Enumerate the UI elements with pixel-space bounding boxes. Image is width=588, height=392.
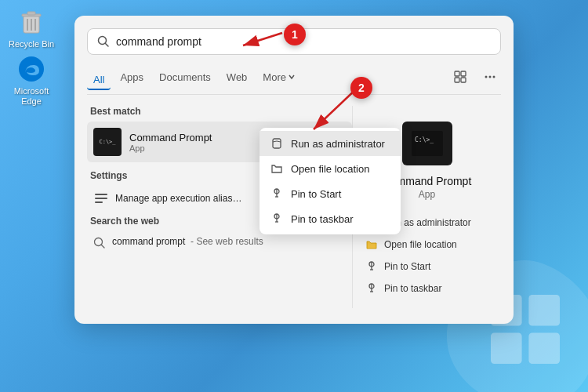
web-search-item[interactable]: command prompt - See web results <box>87 231 352 254</box>
cmd-item-text: Command Prompt App <box>129 132 212 153</box>
web-suffix-text: - See web results <box>188 236 263 247</box>
svg-rect-6 <box>27 12 35 15</box>
pin-icon <box>270 187 283 200</box>
settings-list-icon <box>93 191 109 206</box>
settings-icon-btn[interactable] <box>449 66 471 88</box>
tab-web[interactable]: Web <box>220 68 254 86</box>
context-pin-start-label: Pin to Start <box>291 188 341 200</box>
right-pin-start-label: Pin to Start <box>384 261 430 272</box>
settings-item-label: Manage app execution alias… <box>115 193 241 204</box>
tab-more[interactable]: More <box>256 68 302 86</box>
svg-line-31 <box>101 245 104 248</box>
right-open-location-label: Open file location <box>384 239 457 250</box>
cmd-app-icon: C:\>_ <box>93 128 122 156</box>
svg-point-17 <box>485 76 488 78</box>
cmd-preview-icon: C:\>_ <box>412 131 443 156</box>
right-pin-taskbar-icon <box>365 282 378 295</box>
cmd-app-name: Command Prompt <box>129 132 212 143</box>
left-panel: Best match C:\>_ Command Prompt App <box>87 106 352 308</box>
right-pin-icon <box>365 260 378 273</box>
person-grid-icon <box>454 71 466 83</box>
svg-rect-16 <box>461 78 466 82</box>
right-action-pin-start[interactable]: Pin to Start <box>361 256 493 277</box>
svg-rect-29 <box>95 201 103 203</box>
right-action-pin-taskbar[interactable]: Pin to taskbar <box>361 278 493 299</box>
context-item-open-location[interactable]: Open file location <box>260 156 401 181</box>
right-action-open-location[interactable]: Open file location <box>361 234 493 255</box>
svg-rect-15 <box>455 78 459 82</box>
recycle-bin-icon <box>17 8 45 36</box>
annotation-circle-2: 2 <box>350 77 372 99</box>
shield-icon <box>270 137 283 150</box>
svg-rect-3 <box>528 332 560 364</box>
svg-point-19 <box>493 76 495 78</box>
app-preview-type: App <box>419 189 435 200</box>
tab-all[interactable]: All <box>87 71 111 90</box>
folder-icon <box>270 162 283 175</box>
tab-documents[interactable]: Documents <box>153 68 217 86</box>
edge-label: Microsoft Edge <box>8 86 55 107</box>
desktop-icon-edge[interactable]: Microsoft Edge <box>8 55 55 107</box>
context-item-pin-start[interactable]: Pin to Start <box>260 181 401 206</box>
search-icon <box>97 35 110 48</box>
nav-tabs: All Apps Documents Web More <box>87 66 501 95</box>
best-match-label: Best match <box>87 106 352 117</box>
edge-icon <box>17 55 45 83</box>
svg-point-18 <box>489 76 492 78</box>
cmd-app-type: App <box>129 143 212 153</box>
svg-rect-14 <box>461 71 466 76</box>
nav-right-icons <box>449 66 501 88</box>
svg-line-12 <box>106 44 109 47</box>
recycle-bin-label: Recycle Bin <box>9 39 54 49</box>
svg-point-10 <box>19 56 44 82</box>
svg-text:C:\>_: C:\>_ <box>415 136 434 143</box>
web-query-text: command prompt <box>112 236 185 247</box>
ellipsis-icon <box>484 71 496 83</box>
svg-rect-1 <box>528 295 560 326</box>
search-panel: command prompt All Apps Documents Web Mo… <box>74 16 514 324</box>
main-content: Best match C:\>_ Command Prompt App <box>87 106 501 308</box>
svg-rect-20 <box>273 139 281 148</box>
pin-taskbar-icon <box>270 212 283 225</box>
context-run-admin-label: Run as administrator <box>291 138 385 150</box>
context-open-location-label: Open file location <box>291 163 369 175</box>
right-pin-taskbar-label: Pin to taskbar <box>384 283 441 294</box>
desktop-icon-recycle-bin[interactable]: Recycle Bin <box>8 8 55 49</box>
app-preview-icon: C:\>_ <box>402 122 452 165</box>
context-pin-taskbar-label: Pin to taskbar <box>291 213 354 225</box>
annotation-circle-1: 1 <box>284 24 306 45</box>
chevron-down-icon <box>288 73 296 81</box>
context-menu: Run as administrator Open file location <box>260 128 401 234</box>
web-search-text: command prompt - See web results <box>112 236 263 247</box>
right-folder-icon <box>365 238 378 251</box>
svg-rect-13 <box>455 71 459 76</box>
web-search-icon <box>93 237 106 249</box>
context-item-run-admin[interactable]: Run as administrator <box>260 131 401 156</box>
svg-rect-32 <box>412 131 443 156</box>
tab-apps[interactable]: Apps <box>114 68 150 86</box>
svg-rect-27 <box>95 194 107 195</box>
svg-rect-2 <box>491 332 522 364</box>
svg-rect-28 <box>95 198 107 199</box>
context-item-pin-taskbar[interactable]: Pin to taskbar <box>260 206 401 231</box>
more-options-btn[interactable] <box>479 66 501 88</box>
